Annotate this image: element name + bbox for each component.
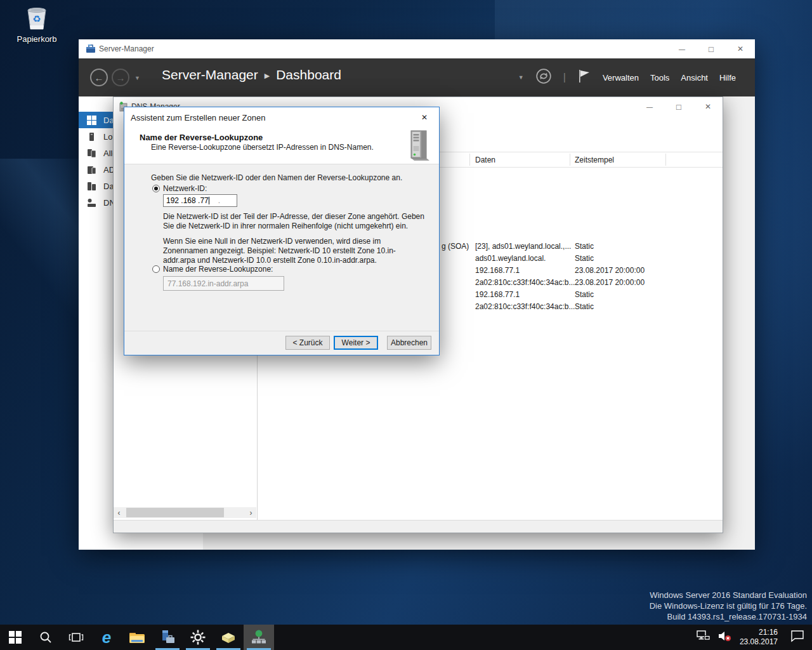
- action-center-icon[interactable]: [790, 630, 804, 645]
- breadcrumb: Server-Manager ▶ Dashboard: [162, 67, 341, 83]
- server-manager-titlebar[interactable]: Server-Manager: [79, 39, 755, 58]
- minimize-button[interactable]: [635, 97, 664, 116]
- menu-tools[interactable]: Tools: [650, 73, 669, 83]
- task-view-button[interactable]: [61, 625, 91, 650]
- search-button[interactable]: [30, 625, 61, 650]
- new-zone-wizard-dialog: Assistent zum Erstellen neuer Zonen Name…: [124, 107, 440, 355]
- scroll-left-icon[interactable]: [114, 507, 124, 518]
- record-daten: 192.168.77.1: [475, 290, 520, 299]
- taskbar-clock[interactable]: 21:16 23.08.2017: [740, 628, 778, 647]
- minimize-button[interactable]: [667, 39, 697, 58]
- server-manager-navbar: ← → Server-Manager ▶ Dashboard |: [79, 58, 755, 96]
- column-separator[interactable]: [570, 154, 570, 166]
- refresh-icon[interactable]: [535, 68, 552, 87]
- maximize-button[interactable]: [697, 39, 726, 58]
- watermark-line: Die Windows-Lizenz ist gültig für 176 Ta…: [650, 600, 807, 611]
- taskbar: e: [0, 625, 812, 650]
- breadcrumb-root[interactable]: Server-Manager: [162, 67, 258, 83]
- next-button[interactable]: Weiter >: [334, 336, 378, 350]
- radio-zone-name-label[interactable]: Name der Reverse-Lookupzone:: [163, 265, 273, 274]
- record-daten: [23], ads01.weyland.local.,...: [475, 242, 571, 251]
- record-daten: 192.168.77.1: [475, 266, 520, 275]
- recycle-bin-icon: ♻: [23, 4, 51, 33]
- watermark-line: Build 14393.rs1_release.170731-1934: [650, 611, 807, 622]
- dashboard-icon: [87, 116, 97, 125]
- record-daten: 2a02:810c:c33f:f40c:34ac:b...: [475, 278, 575, 287]
- watermark-line: Windows Server 2016 Standard Evaluation: [650, 590, 807, 600]
- wizard-body: Geben Sie die Netzwerk-ID oder den Namen…: [124, 164, 439, 331]
- close-button[interactable]: [693, 97, 723, 116]
- record-zeitstempel: Static: [575, 302, 594, 311]
- wizard-button-bar: < Zurück Weiter > Abbrechen: [124, 331, 439, 355]
- recycle-bin-label: Papierkorb: [11, 34, 62, 44]
- radio-network-id-label[interactable]: Netzwerk-ID:: [163, 184, 207, 193]
- wizard-title: Assistent zum Erstellen neuer Zonen: [131, 113, 265, 123]
- column-separator[interactable]: [665, 154, 666, 166]
- radio-zone-name[interactable]: [152, 265, 160, 273]
- record-zeitstempel: Static: [575, 290, 594, 299]
- file-explorer-button[interactable]: [122, 625, 152, 650]
- network-id-input[interactable]: 192 .168 .77.: [163, 194, 237, 207]
- dns-statusbar: [114, 520, 723, 533]
- wizard-titlebar[interactable]: Assistent zum Erstellen neuer Zonen: [124, 107, 439, 128]
- column-zeitstempel[interactable]: Zeitstempel: [575, 156, 614, 164]
- ad-ds-icon: [87, 165, 97, 175]
- notifications-dropdown-icon[interactable]: [518, 74, 524, 81]
- wizard-paragraph: Die Netzwerk-ID ist der Teil der IP-Adre…: [163, 212, 429, 231]
- server-tower-icon: [409, 130, 430, 162]
- zone-name-input[interactable]: 77.168.192.in-addr.arpa: [163, 276, 284, 291]
- record-zeitstempel: 23.08.2017 20:00:00: [575, 278, 645, 287]
- flag-icon[interactable]: [577, 69, 591, 86]
- text-caret: [209, 197, 209, 204]
- local-server-icon: [87, 132, 97, 142]
- maximize-button[interactable]: [664, 97, 693, 116]
- toolbar-separator: |: [563, 72, 566, 83]
- column-daten[interactable]: Daten: [475, 156, 495, 164]
- wizard-subheading: Eine Reverse-Lookupzone übersetzt IP-Adr…: [151, 143, 374, 152]
- cancel-button[interactable]: Abbrechen: [387, 336, 431, 350]
- book-app-taskbar-button[interactable]: [213, 625, 244, 650]
- settings-taskbar-button[interactable]: [183, 625, 213, 650]
- wizard-intro: Geben Sie die Netzwerk-ID oder den Namen…: [151, 173, 402, 182]
- forward-button[interactable]: →: [112, 69, 129, 86]
- close-button[interactable]: [726, 39, 755, 58]
- server-manager-app-icon: [86, 44, 96, 54]
- wizard-heading: Name der Reverse-Lookupzone: [140, 133, 263, 142]
- menu-hilfe[interactable]: Hilfe: [719, 73, 736, 83]
- server-manager-title: Server-Manager: [99, 44, 154, 53]
- dns-manager-taskbar-button[interactable]: [244, 625, 274, 650]
- start-button[interactable]: [0, 625, 30, 650]
- internet-explorer-icon: e: [102, 629, 111, 646]
- evaluation-watermark: Windows Server 2016 Standard Evaluation …: [650, 590, 807, 622]
- record-type-fragment: g (SOA): [442, 242, 469, 251]
- internet-explorer-button[interactable]: e: [91, 625, 122, 650]
- breadcrumb-separator-icon: ▶: [265, 70, 270, 80]
- volume-muted-icon[interactable]: [718, 630, 732, 644]
- scrollbar-thumb[interactable]: [126, 508, 224, 517]
- menu-verwalten[interactable]: Verwalten: [603, 73, 639, 83]
- file-storage-icon: [87, 182, 97, 191]
- menu-ansicht[interactable]: Ansicht: [681, 73, 708, 83]
- radio-network-id[interactable]: [152, 185, 160, 192]
- breadcrumb-page[interactable]: Dashboard: [276, 67, 341, 83]
- clock-time: 21:16: [740, 628, 778, 637]
- server-manager-taskbar-button[interactable]: [152, 625, 183, 650]
- wizard-paragraph: Wenn Sie eine Null in der Netzwerk-ID ve…: [163, 237, 422, 265]
- history-dropdown-icon[interactable]: [134, 75, 140, 81]
- system-tray: 21:16 23.08.2017: [697, 625, 812, 650]
- close-icon[interactable]: [414, 107, 435, 128]
- horizontal-scrollbar[interactable]: [114, 507, 256, 518]
- dns-icon: [87, 198, 97, 208]
- record-daten: ads01.weyland.local.: [475, 254, 546, 263]
- column-separator[interactable]: [469, 154, 470, 166]
- wizard-header: Name der Reverse-Lookupzone Eine Reverse…: [124, 128, 439, 164]
- record-zeitstempel: 23.08.2017 20:00:00: [575, 266, 645, 275]
- back-button[interactable]: < Zurück: [285, 336, 330, 350]
- scroll-right-icon[interactable]: [246, 507, 256, 518]
- back-button[interactable]: ←: [90, 69, 108, 86]
- recycle-bin[interactable]: ♻ Papierkorb: [11, 4, 62, 44]
- record-zeitstempel: Static: [575, 242, 594, 251]
- record-daten: 2a02:810c:c33f:f40c:34ac:b...: [475, 302, 575, 311]
- svg-text:♻: ♻: [32, 13, 41, 24]
- network-icon[interactable]: [697, 630, 710, 644]
